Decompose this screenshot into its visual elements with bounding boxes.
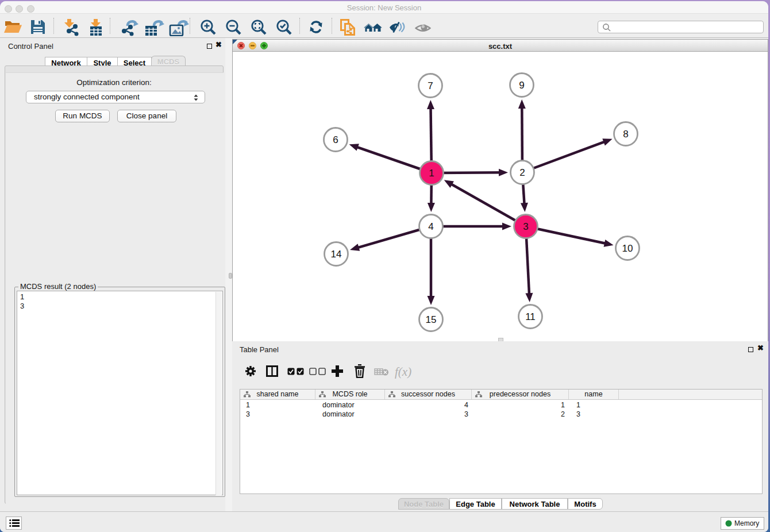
svg-text:11: 11 xyxy=(525,311,536,322)
svg-text:10: 10 xyxy=(622,243,633,254)
svg-text:4: 4 xyxy=(428,221,433,232)
svg-text:1: 1 xyxy=(429,168,434,179)
svg-text:9: 9 xyxy=(519,80,524,91)
svg-text:15: 15 xyxy=(426,314,437,325)
svg-text:2: 2 xyxy=(519,167,525,178)
svg-text:3: 3 xyxy=(523,221,528,232)
svg-text:14: 14 xyxy=(331,249,342,260)
svg-text:8: 8 xyxy=(623,129,628,140)
svg-text:6: 6 xyxy=(333,134,338,145)
svg-text:7: 7 xyxy=(428,80,433,91)
